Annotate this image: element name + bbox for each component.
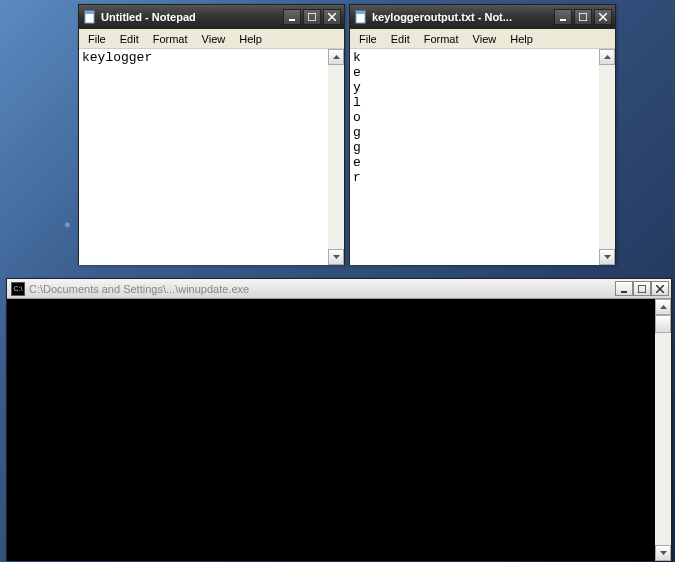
close-button[interactable]	[651, 281, 669, 296]
scrollbar-vertical[interactable]	[655, 299, 671, 561]
menu-file[interactable]: File	[352, 31, 384, 47]
scroll-down-button[interactable]	[328, 249, 344, 265]
svg-marker-21	[660, 551, 667, 555]
notepad-icon	[83, 10, 97, 24]
minimize-button[interactable]	[615, 281, 633, 296]
minimize-button[interactable]	[554, 9, 572, 25]
scroll-up-button[interactable]	[328, 49, 344, 65]
maximize-button[interactable]	[574, 9, 592, 25]
scroll-up-button[interactable]	[655, 299, 671, 315]
window-controls	[615, 281, 669, 296]
svg-rect-10	[560, 19, 566, 21]
console-icon: C:\	[11, 282, 25, 296]
menubar: File Edit Format View Help	[79, 29, 344, 49]
console-body	[7, 299, 671, 561]
svg-rect-2	[289, 19, 295, 21]
maximize-button[interactable]	[303, 9, 321, 25]
scroll-thumb[interactable]	[655, 315, 671, 333]
svg-marker-7	[333, 255, 340, 259]
window-title: keyloggeroutput.txt - Not...	[372, 11, 554, 23]
window-controls	[554, 9, 612, 25]
scroll-down-button[interactable]	[655, 545, 671, 561]
svg-marker-14	[604, 55, 611, 59]
svg-rect-16	[621, 291, 627, 293]
scroll-track[interactable]	[655, 315, 671, 545]
text-area[interactable]: k e y l o g g e r	[350, 49, 615, 265]
menu-view[interactable]: View	[195, 31, 233, 47]
menu-view[interactable]: View	[466, 31, 504, 47]
menu-help[interactable]: Help	[232, 31, 269, 47]
menu-format[interactable]: Format	[146, 31, 195, 47]
close-button[interactable]	[594, 9, 612, 25]
scrollbar-vertical[interactable]	[599, 49, 615, 265]
scroll-up-button[interactable]	[599, 49, 615, 65]
menu-help[interactable]: Help	[503, 31, 540, 47]
window-title: C:\Documents and Settings\...\winupdate.…	[29, 283, 615, 295]
maximize-button[interactable]	[633, 281, 651, 296]
notepad-window-1[interactable]: Untitled - Notepad File Edit Format View…	[78, 4, 345, 265]
window-title: Untitled - Notepad	[101, 11, 283, 23]
svg-marker-15	[604, 255, 611, 259]
svg-rect-1	[85, 11, 94, 14]
close-button[interactable]	[323, 9, 341, 25]
scroll-track[interactable]	[599, 65, 615, 249]
menu-edit[interactable]: Edit	[113, 31, 146, 47]
window-controls	[283, 9, 341, 25]
menu-format[interactable]: Format	[417, 31, 466, 47]
scroll-track[interactable]	[328, 65, 344, 249]
text-content[interactable]: k e y l o g g e r	[350, 49, 599, 265]
svg-rect-3	[308, 13, 316, 21]
titlebar[interactable]: keyloggeroutput.txt - Not...	[350, 5, 615, 29]
console-content[interactable]	[7, 299, 655, 561]
menu-edit[interactable]: Edit	[384, 31, 417, 47]
text-area[interactable]: keylogger	[79, 49, 344, 265]
text-content[interactable]: keylogger	[79, 49, 328, 265]
console-window[interactable]: C:\ C:\Documents and Settings\...\winupd…	[6, 278, 672, 561]
titlebar[interactable]: Untitled - Notepad	[79, 5, 344, 29]
svg-marker-6	[333, 55, 340, 59]
notepad-window-2[interactable]: keyloggeroutput.txt - Not... File Edit F…	[349, 4, 616, 265]
svg-rect-9	[356, 11, 365, 14]
menubar: File Edit Format View Help	[350, 29, 615, 49]
menu-file[interactable]: File	[81, 31, 113, 47]
svg-rect-17	[638, 285, 646, 293]
scroll-down-button[interactable]	[599, 249, 615, 265]
titlebar[interactable]: C:\ C:\Documents and Settings\...\winupd…	[7, 279, 671, 299]
notepad-icon	[354, 10, 368, 24]
scrollbar-vertical[interactable]	[328, 49, 344, 265]
minimize-button[interactable]	[283, 9, 301, 25]
svg-marker-20	[660, 305, 667, 309]
svg-rect-11	[579, 13, 587, 21]
